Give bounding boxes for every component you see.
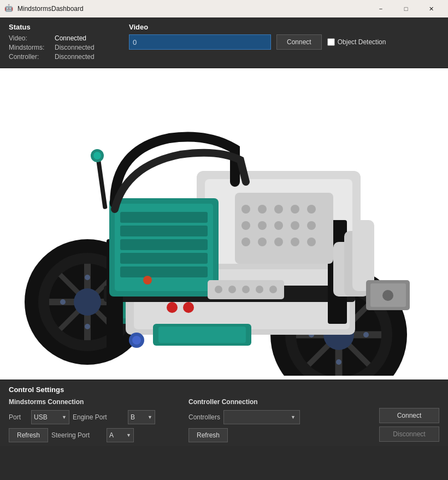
- svg-point-8: [74, 288, 101, 316]
- svg-point-50: [291, 221, 299, 230]
- titlebar: 🤖 MindstormsDashboard − □ ✕: [0, 0, 448, 17]
- video-controls: Connect Object Detection: [129, 34, 439, 50]
- video-connect-button[interactable]: Connect: [276, 34, 322, 50]
- svg-point-47: [241, 221, 250, 230]
- control-columns: Mindstorms Connection Port USB COM1 COM2…: [9, 398, 439, 446]
- svg-rect-41: [235, 193, 333, 264]
- port-select[interactable]: USB COM1 COM2: [31, 410, 69, 424]
- controller-refresh-button[interactable]: Refresh: [188, 428, 228, 442]
- svg-rect-37: [120, 226, 208, 236]
- mindstorms-connection-heading: Mindstorms Connection: [9, 398, 178, 406]
- status-heading: Status: [9, 23, 118, 31]
- status-value-video: Connected: [55, 34, 86, 42]
- control-settings-area: Control Settings Mindstorms Connection P…: [0, 380, 448, 446]
- status-panel: Status Video: Connected Mindstorms: Disc…: [9, 23, 118, 62]
- svg-point-67: [132, 336, 141, 345]
- svg-point-44: [274, 205, 283, 214]
- video-heading: Video: [129, 23, 439, 31]
- svg-point-11: [60, 299, 66, 305]
- svg-point-78: [256, 286, 263, 293]
- maximize-button[interactable]: □: [393, 0, 418, 17]
- svg-point-51: [307, 221, 316, 230]
- video-panel: Video Connect Object Detection: [129, 23, 439, 62]
- svg-point-55: [291, 238, 299, 246]
- object-detection-toggle[interactable]: Object Detection: [327, 38, 386, 46]
- minimize-button[interactable]: −: [368, 0, 393, 17]
- mindstorms-refresh-button[interactable]: Refresh: [9, 428, 48, 442]
- svg-point-48: [258, 221, 267, 230]
- svg-point-56: [307, 238, 316, 246]
- svg-rect-70: [158, 327, 246, 343]
- svg-point-46: [307, 205, 316, 214]
- controller-connection-col: Controller Connection Controllers Refres…: [188, 398, 368, 446]
- port-label: Port: [9, 413, 28, 421]
- svg-rect-39: [120, 253, 208, 264]
- svg-point-54: [274, 238, 283, 246]
- refresh-row: Refresh Steering Port A B C D: [9, 428, 178, 442]
- svg-point-52: [241, 238, 250, 246]
- top-panel: Status Video: Connected Mindstorms: Disc…: [0, 17, 448, 68]
- mindstorms-connection-col: Mindstorms Connection Port USB COM1 COM2…: [9, 398, 188, 446]
- controllers-row: Controllers: [188, 410, 357, 424]
- app-icon: 🤖: [4, 4, 14, 14]
- controller-refresh-row: Refresh: [188, 428, 357, 442]
- controllers-select-wrapper: [223, 410, 300, 424]
- engine-port-label: Engine Port: [73, 413, 125, 421]
- svg-point-76: [228, 286, 236, 293]
- object-detection-label: Object Detection: [338, 38, 386, 46]
- svg-point-79: [269, 286, 277, 293]
- image-area: [0, 68, 448, 380]
- svg-point-73: [382, 290, 393, 301]
- svg-rect-38: [120, 239, 208, 250]
- svg-point-42: [241, 205, 250, 214]
- status-label-mindstorms: Mindstorms:: [9, 44, 52, 51]
- status-row-mindstorms: Mindstorms: Disconnected: [9, 44, 118, 51]
- port-row: Port USB COM1 COM2 Engine Port A B C D: [9, 410, 178, 424]
- svg-point-60: [167, 302, 178, 313]
- status-value-mindstorms: Disconnected: [55, 44, 95, 51]
- svg-point-10: [85, 324, 90, 329]
- steering-port-select[interactable]: A B C D: [107, 428, 134, 442]
- svg-point-61: [183, 302, 194, 313]
- controllers-label: Controllers: [188, 413, 220, 421]
- svg-point-75: [215, 286, 222, 293]
- status-label-controller: Controller:: [9, 53, 52, 61]
- svg-point-49: [274, 221, 283, 230]
- status-label-video: Video:: [9, 34, 52, 42]
- svg-point-45: [291, 205, 299, 214]
- controllers-select[interactable]: [223, 410, 300, 424]
- svg-rect-40: [120, 266, 208, 277]
- steering-port-select-wrapper: A B C D: [107, 428, 134, 442]
- steering-port-label: Steering Port: [51, 431, 103, 439]
- svg-point-59: [93, 152, 101, 159]
- main-disconnect-button[interactable]: Disconnect: [379, 426, 439, 442]
- window-controls: − □ ✕: [368, 0, 444, 17]
- object-detection-checkbox[interactable]: [327, 38, 335, 46]
- robot-image: [16, 73, 432, 376]
- port-select-wrapper: USB COM1 COM2: [31, 410, 69, 424]
- controller-connection-heading: Controller Connection: [188, 398, 357, 406]
- main-connect-button[interactable]: Connect: [379, 408, 439, 423]
- control-settings-heading: Control Settings: [9, 386, 439, 394]
- status-row-controller: Controller: Disconnected: [9, 53, 118, 61]
- status-value-controller: Disconnected: [55, 53, 95, 61]
- engine-port-select[interactable]: A B C D: [128, 410, 155, 424]
- svg-rect-36: [120, 212, 208, 223]
- status-row-video: Video: Connected: [9, 34, 118, 42]
- svg-point-53: [258, 238, 267, 246]
- svg-point-9: [85, 275, 90, 280]
- svg-point-77: [242, 286, 250, 293]
- svg-point-24: [363, 332, 369, 337]
- engine-port-select-wrapper: A B C D: [128, 410, 155, 424]
- close-button[interactable]: ✕: [418, 0, 444, 17]
- app-title: MindstormsDashboard: [17, 5, 368, 13]
- robot-display: [0, 68, 448, 380]
- svg-point-43: [258, 205, 267, 214]
- main-connect-col: Connect Disconnect: [368, 398, 439, 446]
- video-source-input[interactable]: [129, 34, 271, 50]
- svg-point-62: [143, 276, 152, 285]
- svg-point-22: [336, 359, 341, 365]
